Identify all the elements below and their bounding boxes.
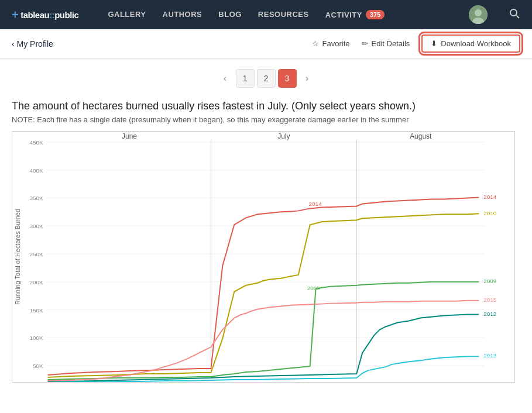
- nav-blog[interactable]: BLOG: [218, 10, 242, 19]
- svg-text:2015: 2015: [483, 297, 497, 303]
- svg-text:2014: 2014: [483, 194, 497, 201]
- search-icon[interactable]: [509, 8, 520, 22]
- nav-activity-group: ACTIVITY 375: [325, 10, 385, 19]
- svg-text:150K: 150K: [30, 307, 44, 314]
- edit-details-button[interactable]: ✏ Edit Details: [362, 39, 410, 48]
- chart-wrapper: Running Total of Hectares Burned 450K 40…: [12, 131, 515, 383]
- svg-text:100K: 100K: [30, 335, 44, 342]
- svg-point-3: [510, 9, 517, 16]
- logo-text: tableau::public: [20, 10, 78, 20]
- nav-authors[interactable]: AUTHORS: [163, 10, 202, 19]
- avatar[interactable]: [469, 5, 488, 24]
- svg-text:July: July: [277, 132, 290, 140]
- svg-point-1: [475, 9, 482, 16]
- chart-svg: Running Total of Hectares Burned 450K 40…: [12, 132, 514, 382]
- favorite-button[interactable]: ☆ Favorite: [312, 39, 350, 48]
- svg-line-4: [516, 15, 520, 18]
- svg-text:350K: 350K: [30, 195, 44, 202]
- download-workbook-button[interactable]: ⬇ Download Workbook: [421, 35, 520, 53]
- prev-page-button[interactable]: ‹: [217, 69, 234, 88]
- edit-label: Edit Details: [372, 39, 410, 48]
- next-page-button[interactable]: ›: [299, 69, 315, 88]
- svg-text:2009: 2009: [483, 278, 497, 284]
- chart-container: The amount of hectares burned usually ri…: [0, 94, 532, 388]
- chart-subtitle: NOTE: Each fire has a single date (presu…: [12, 115, 520, 124]
- svg-text:2014: 2014: [309, 201, 322, 208]
- nav-gallery[interactable]: GALLERY: [108, 10, 146, 19]
- svg-text:August: August: [410, 132, 432, 140]
- sub-actions: ☆ Favorite ✏ Edit Details ⬇ Download Wor…: [312, 35, 520, 53]
- svg-text:200K: 200K: [30, 279, 44, 285]
- download-label: Download Workbook: [441, 39, 511, 48]
- svg-text:2010: 2010: [483, 211, 497, 217]
- page-2-button[interactable]: 2: [257, 69, 276, 88]
- chart-title: The amount of hectares burned usually ri…: [12, 99, 520, 113]
- nav-resources[interactable]: RESOURCES: [258, 10, 309, 19]
- svg-text:2009: 2009: [307, 285, 321, 291]
- svg-text:2013: 2013: [483, 353, 497, 359]
- svg-text:50K: 50K: [33, 363, 43, 370]
- page-1-button[interactable]: 1: [236, 69, 255, 88]
- nav-links: GALLERY AUTHORS BLOG RESOURCES ACTIVITY …: [108, 10, 451, 19]
- navbar: + tableau::public GALLERY AUTHORS BLOG R…: [0, 0, 532, 29]
- logo[interactable]: + tableau::public: [12, 8, 78, 22]
- nav-activity[interactable]: ACTIVITY: [325, 11, 362, 19]
- svg-text:June: June: [122, 132, 137, 140]
- sub-header: ‹ My Profile ☆ Favorite ✏ Edit Details ⬇…: [0, 29, 532, 58]
- logo-plus: +: [12, 8, 18, 22]
- favorite-label: Favorite: [322, 39, 350, 48]
- download-icon: ⬇: [431, 39, 437, 48]
- activity-badge: 375: [366, 10, 385, 19]
- svg-text:2012: 2012: [483, 311, 497, 317]
- pencil-icon: ✏: [362, 39, 368, 48]
- svg-text:450K: 450K: [30, 139, 44, 146]
- svg-text:250K: 250K: [30, 251, 44, 257]
- pagination: ‹ 1 2 3 ›: [0, 58, 532, 94]
- svg-text:Running Total of Hectares Burn: Running Total of Hectares Burned: [14, 209, 21, 305]
- page-3-button[interactable]: 3: [278, 69, 297, 88]
- star-icon: ☆: [312, 39, 319, 48]
- svg-text:400K: 400K: [30, 167, 44, 174]
- back-link[interactable]: ‹ My Profile: [12, 39, 53, 49]
- svg-text:300K: 300K: [30, 223, 44, 230]
